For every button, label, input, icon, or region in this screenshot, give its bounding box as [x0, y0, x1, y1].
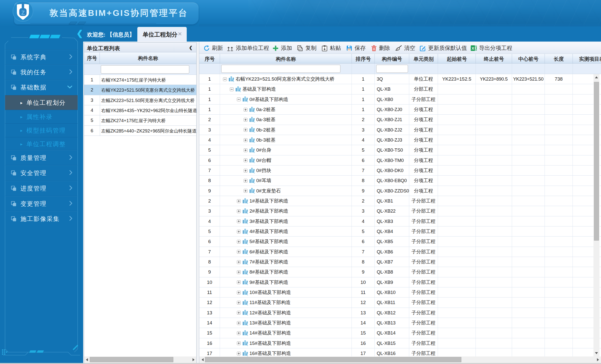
svg-text:X: X: [471, 46, 474, 50]
svg-text:z: z: [21, 8, 25, 17]
